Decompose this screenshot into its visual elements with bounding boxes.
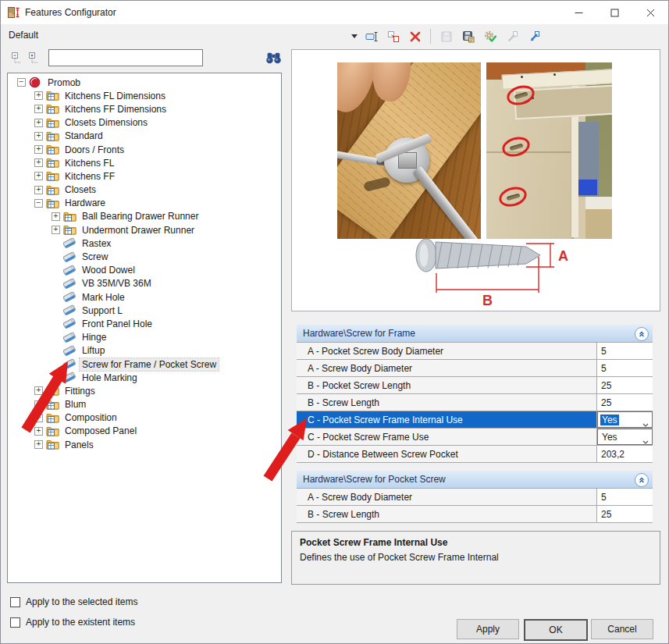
property-label[interactable]: A - Screw Body Diameter [297,489,596,505]
tree-item-label[interactable]: Wood Dowel [80,264,137,276]
tree-item-label[interactable]: Kitchens FL Dimensions [62,90,168,102]
tree-expander-minus[interactable]: − [17,78,26,87]
property-row[interactable]: B - Screw Length25 [297,506,653,523]
tree-item[interactable]: +Undermont Drawer Runner [8,223,281,237]
tree-item[interactable]: +Kitchens FL Dimensions [8,89,281,102]
profile-dropdown-caret[interactable] [351,34,358,38]
tree-expander-plus[interactable]: + [34,400,43,409]
property-value[interactable]: 203,2 [601,449,625,460]
tree-expander-plus[interactable]: + [34,145,43,154]
tree-item-label[interactable]: Kitchens FF Dimensions [62,103,169,116]
tree-expander-plus[interactable]: + [34,91,43,100]
property-label[interactable]: A - Screw Body Diameter [297,360,596,376]
property-row[interactable]: A - Screw Body Diameter5 [297,360,653,377]
property-row[interactable]: B - Screw Length25 [297,394,653,411]
tree-expander-plus[interactable]: + [52,226,60,234]
tree-item-label[interactable]: Closets Dimensions [62,116,150,129]
tree-item[interactable]: VB 35M/VB 36M [8,277,281,290]
tree-expander-plus[interactable]: + [34,414,43,422]
tree-item[interactable]: −Promob [8,76,281,89]
duplicate-profile-icon[interactable] [383,27,403,46]
tree-search-input[interactable] [48,49,203,66]
tree-expander-plus[interactable]: + [34,105,43,113]
property-value[interactable]: 5 [601,363,607,374]
property-row[interactable]: A - Pocket Screw Body Diameter5 [297,343,653,360]
property-row[interactable]: C - Pocket Screw Frame UseYes [297,429,653,446]
tree-item-label[interactable]: Liftup [80,344,107,357]
property-label[interactable]: C - Pocket Screw Frame Use [297,429,596,445]
tree-item-label[interactable]: Kitchens FF [62,170,117,183]
tree-item[interactable]: +Kitchens FL [8,156,281,169]
tree-item[interactable]: +Kitchens FF Dimensions [8,102,281,116]
tree-item-label[interactable]: Fittings [62,385,98,397]
tree-item-label[interactable]: Closets [62,183,98,196]
expand-tree-icon[interactable] [28,52,42,66]
tree-item[interactable]: Front Panel Hole [8,317,281,330]
tree-item[interactable]: Mark Hole [8,290,281,304]
property-row[interactable]: D - Distance Between Screw Pocket203,2 [297,446,653,463]
tree-expander-plus[interactable]: + [34,119,43,127]
tree-item-label[interactable]: Kitchens FL [62,157,116,169]
tree-item[interactable]: Liftup [8,344,281,358]
tree-item-label[interactable]: Front Panel Hole [80,318,155,330]
tree-item-label[interactable]: Rastex [80,237,113,250]
tree-item[interactable]: +Closets Dimensions [8,116,281,130]
tree-item-label[interactable]: Standard [62,130,105,142]
maximize-button[interactable] [596,1,632,24]
property-value[interactable]: 5 [601,346,607,357]
tree-item[interactable]: +Doors / Fronts [8,143,281,156]
tree-item[interactable]: Hole Marking [8,371,281,384]
tree-item[interactable]: +Ball Bearing Drawer Runner [8,210,281,223]
property-label[interactable]: B - Screw Length [297,394,596,411]
tree-item-label[interactable]: Doors / Fronts [62,144,126,156]
property-row[interactable]: A - Screw Body Diameter5 [297,489,653,506]
tree-item[interactable]: +Composition [8,411,281,425]
property-value[interactable]: 25 [601,397,611,408]
export-icon[interactable] [524,27,543,46]
tree-item-label[interactable]: Ball Bearing Drawer Runner [80,210,201,222]
tree-expander-plus[interactable]: + [34,186,43,194]
tree-expander-plus[interactable]: + [34,386,43,395]
tree-item-label[interactable]: Undermont Drawer Runner [80,224,197,237]
property-value[interactable]: 5 [601,492,607,503]
apply-existent-checkbox[interactable] [10,617,20,628]
tree-expander-plus[interactable]: + [34,440,43,449]
apply-config-icon[interactable] [480,27,500,46]
ok-button[interactable]: OK [524,619,588,641]
tree-item[interactable]: +Panels [8,438,281,451]
tree-item-label[interactable]: Composition [62,411,119,424]
property-value-dropdown[interactable]: Yes [597,411,653,428]
tree-item-label[interactable]: Composed Panel [62,425,139,437]
tree-item-label[interactable]: Promob [45,76,83,89]
property-value[interactable]: 25 [601,509,611,520]
rename-profile-icon[interactable] [361,27,381,46]
collapse-tree-icon[interactable] [11,52,25,66]
property-label[interactable]: B - Screw Length [297,506,596,522]
tree-item[interactable]: +Fittings [8,384,281,397]
tree-item-label[interactable]: Hardware [62,197,108,209]
tree-item-label[interactable]: Panels [62,439,96,451]
tree-item[interactable]: +Standard [8,130,281,143]
tree-item-label[interactable]: VB 35M/VB 36M [80,277,154,290]
property-label[interactable]: C - Pocket Screw Frame Internal Use [297,411,596,428]
tree-item-label[interactable]: Screw [80,251,110,263]
tree-item[interactable]: +Closets [8,183,281,197]
property-value-dropdown[interactable]: Yes [597,429,653,445]
cancel-button[interactable]: Cancel [591,619,653,639]
apply-button[interactable]: Apply [457,619,519,639]
tree-item-label[interactable]: Screw for Frame / Pocket Screw [80,358,219,371]
property-label[interactable]: A - Pocket Screw Body Diameter [297,343,596,359]
tree-item-label[interactable]: Hole Marking [80,372,140,384]
tree-item-label[interactable]: Mark Hole [80,291,127,304]
tree-item[interactable]: Support L [8,304,281,317]
tree-expander-plus[interactable]: + [52,212,60,221]
tree-expander-minus[interactable]: − [34,199,43,208]
property-row[interactable]: B - Pocket Screw Length25 [297,377,653,394]
tree-expander-plus[interactable]: + [34,158,43,167]
tree-item[interactable]: +Composed Panel [8,425,281,438]
property-row[interactable]: C - Pocket Screw Frame Internal UseYes [297,411,653,429]
apply-selected-checkbox[interactable] [10,597,20,607]
close-button[interactable] [632,1,668,24]
tree-item-label[interactable]: Support L [80,304,125,317]
minimize-button[interactable] [560,1,596,24]
